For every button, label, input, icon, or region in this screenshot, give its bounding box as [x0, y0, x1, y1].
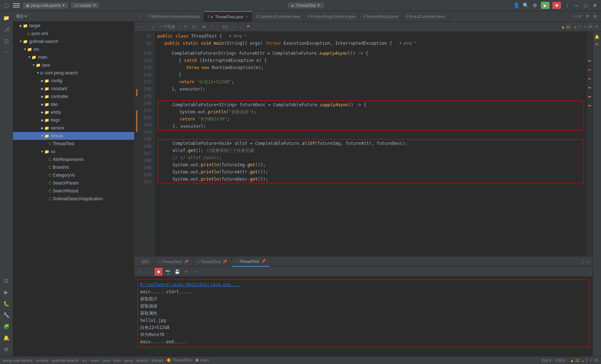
breadcrumb-item-6[interactable]: java	[103, 358, 110, 363]
breadcrumb-item-10[interactable]: thread	[152, 358, 163, 363]
sidebar-icon-settings2[interactable]: ⚙	[1, 344, 12, 355]
tree-item-src[interactable]: ▼ 📁 src	[13, 45, 134, 53]
tree-item-vo[interactable]: ▼ 📁 vo	[13, 148, 134, 156]
settings-icon[interactable]: ⚙	[532, 2, 538, 9]
breadcrumb-item-12[interactable]: ⬟ main	[195, 358, 209, 363]
tab-close-button[interactable]: ✕	[245, 15, 248, 19]
close-toolbar-btn[interactable]: ✕	[595, 24, 598, 29]
breadcrumb-item-7[interactable]: com	[113, 358, 121, 363]
sidebar-icon-folder[interactable]: 📁	[1, 13, 12, 23]
completion-label[interactable]: 一个完成	[158, 24, 176, 30]
breadcrumb-item-8[interactable]: peng	[124, 358, 133, 363]
cc-btn[interactable]: Cc	[191, 24, 198, 29]
right-icon-notifications[interactable]: 🔔	[593, 33, 601, 40]
search-icon[interactable]: 🔍	[522, 2, 529, 9]
breadcrumb-item-11[interactable]: 🔶 ThreadTest	[166, 358, 192, 363]
tab-settings-btn[interactable]: ⚙	[584, 13, 591, 19]
tree-item-dao[interactable]: ▶ 📁 dao	[13, 100, 134, 108]
more-icon[interactable]: ⋮	[564, 2, 570, 9]
tree-item-brandvo[interactable]: C BrandVo	[13, 163, 134, 171]
stop-run-btn[interactable]: ■	[155, 268, 162, 276]
close-search-btn[interactable]: ✕	[182, 24, 189, 29]
branch-badge[interactable]: ⎇ master ▼	[71, 3, 99, 8]
regex-btn[interactable]: .*	[209, 24, 215, 29]
close-icon[interactable]: ✕	[592, 2, 598, 9]
breadcrumb-item-5[interactable]: main	[91, 358, 99, 363]
tree-item-searchresult[interactable]: C SearchResult	[13, 187, 134, 195]
sidebar-icon-plugins[interactable]: 🧩	[1, 321, 12, 332]
sidebar-icon-tools[interactable]: 🔧	[1, 310, 12, 320]
sidebar-icon-notifications[interactable]: 🔔	[1, 333, 12, 343]
tree-item-thread[interactable]: ▼ 📁 thread	[13, 132, 134, 140]
breadcrumb-item-3[interactable]: gulimall-search	[52, 358, 78, 363]
tree-item-threadtest[interactable]: C ThreadTest	[13, 140, 134, 148]
project-panel-title[interactable]: 项目 ▾	[16, 14, 27, 19]
tree-item-searchparam[interactable]: C SearchParam	[13, 179, 134, 187]
w-btn[interactable]: W	[200, 24, 207, 29]
console-path[interactable]: D:\software\java\jdk11\bin\java.exe ...	[140, 282, 241, 287]
filter-btn[interactable]: ⚑	[245, 24, 251, 29]
sidebar-icon-run[interactable]: ▶	[1, 287, 12, 297]
scroll-up-btn[interactable]: ↑	[136, 268, 144, 276]
bottom-tab-threadtest-3[interactable]: □ ThreadTest 📌	[231, 257, 270, 267]
tree-item-gulimall-search[interactable]: ▼ 📁 gulimall-search	[13, 38, 134, 45]
bottom-tab-threadtest-1[interactable]: □ ThreadTest 📌	[154, 257, 193, 267]
wrap-btn[interactable]: ↵	[182, 268, 190, 276]
sidebar-icon-more[interactable]: ⋯	[1, 47, 12, 58]
tab-threadtest[interactable]: J ● ThreadTest.java ✕	[204, 11, 252, 22]
arrow-up-btn[interactable]: ↑	[231, 24, 236, 29]
tab-categorycontroller[interactable]: J CategoryController.java	[252, 11, 304, 22]
tree-item-service[interactable]: ▶ 📁 service	[13, 124, 134, 132]
tree-item-java[interactable]: ▼ 📁 java	[13, 61, 134, 69]
sidebar-icon-debug[interactable]: 🐛	[1, 298, 12, 309]
tree-item-entity[interactable]: ▶ 📁 entity	[13, 108, 134, 116]
tree-item-constant[interactable]: ▶ 📁 constant	[13, 85, 134, 93]
tree-item-gulimallsearchapp[interactable]: C GulimallSearchApplication	[13, 195, 134, 203]
save-output-btn[interactable]: 💾	[173, 268, 181, 276]
tree-item-main[interactable]: ▼ 📁 main	[13, 53, 134, 61]
run-config[interactable]: ▶ ThreadTest ▼	[288, 3, 324, 8]
breadcrumb-item-9[interactable]: search	[136, 358, 148, 363]
tab-nav-left[interactable]: ‹	[135, 14, 145, 19]
tab-split-btn[interactable]: ⊞	[592, 13, 598, 19]
breadcrumb-item-4[interactable]: src	[82, 358, 87, 363]
snapshot-btn[interactable]: 📷	[164, 268, 172, 276]
breadcrumb-item-1[interactable]: peng-mall-parent	[3, 358, 33, 363]
tree-item-pom[interactable]: m pom.xml	[13, 30, 134, 38]
tab-list-btn[interactable]: <> ▾	[572, 13, 583, 19]
nav-back-btn[interactable]: ←	[137, 24, 144, 29]
sidebar-icon-modules[interactable]: ◫	[1, 35, 12, 46]
tree-item-com-peng-search[interactable]: ▼ ⊞ com.peng.search	[13, 69, 134, 77]
sidebar-icon-terminal[interactable]: ⊡	[1, 275, 12, 286]
run-button[interactable]: ▶	[541, 2, 549, 9]
breadcrumb-item-2[interactable]: service	[36, 358, 49, 363]
bottom-minimize-btn[interactable]: ─	[586, 259, 590, 264]
bottom-tab-threadtest-2[interactable]: □ ThreadTest 📌	[193, 257, 231, 267]
tree-item-feign[interactable]: ▶ 📁 feign	[13, 116, 134, 124]
code-content[interactable]: public class ThreadTest { ♦ peng * publi…	[155, 32, 587, 256]
minimize-icon[interactable]: ─	[573, 2, 580, 9]
maximize-icon[interactable]: □	[582, 2, 589, 9]
tab-searchresult[interactable]: J SearchResult.java	[360, 11, 402, 22]
tab-brandcontroller[interactable]: J BrandController.java	[402, 11, 449, 22]
tree-item-attrresponsevo[interactable]: C AttrResponseVo	[13, 156, 134, 163]
tree-item-categoryvo[interactable]: C CategoryVo	[13, 171, 134, 179]
tab-mallsearch[interactable]: J MallSearchServiceImpl.java	[145, 11, 204, 22]
hamburger-menu[interactable]	[13, 2, 20, 9]
scroll-down-btn[interactable]: ↓	[145, 268, 153, 276]
right-icon-m[interactable]: m	[593, 40, 601, 48]
bottom-tab-run[interactable]: 运行	[137, 257, 154, 267]
tree-item-target[interactable]: ▶ 📁 target	[13, 22, 134, 30]
project-badge[interactable]: ▣ peng-mall-parent ▼	[23, 3, 68, 9]
search-icon-btn[interactable]: ⌕	[150, 24, 156, 29]
sidebar-icon-git[interactable]: ⎇	[1, 24, 12, 35]
arrow-down-btn[interactable]: ↓	[238, 24, 243, 29]
tree-item-controller[interactable]: ▶ 📁 controller	[13, 93, 134, 100]
bottom-more-btn[interactable]: ⋮	[581, 259, 585, 264]
bottom-more-options[interactable]: ⋯	[192, 268, 200, 276]
more-btn[interactable]: ⋯	[254, 24, 260, 29]
person-icon[interactable]: 👤	[513, 2, 519, 9]
stop-button[interactable]: ■	[552, 2, 561, 9]
code-editor[interactable]: 11 16 230 234 235 236 237 238 239 240 24	[135, 32, 592, 356]
tree-item-config[interactable]: ▶ 📁 config	[13, 77, 134, 85]
